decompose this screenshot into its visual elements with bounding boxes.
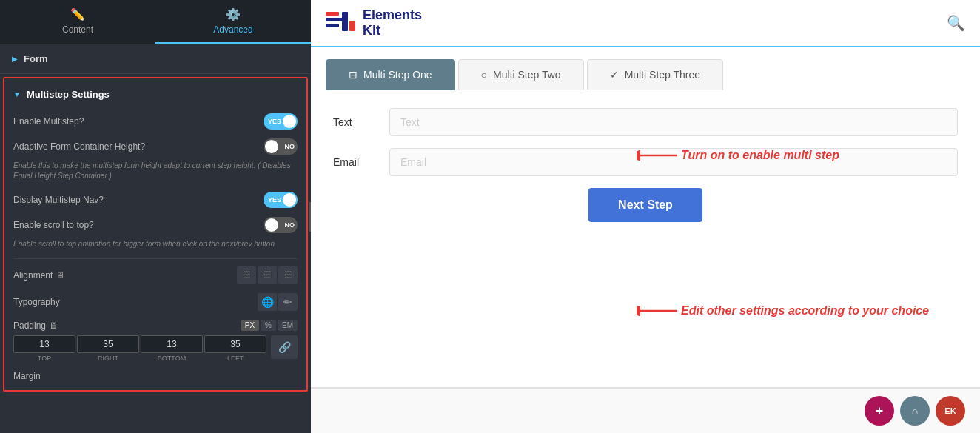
toggle-knob xyxy=(283,115,296,128)
email-field-label: Email xyxy=(333,156,377,168)
step-tab-1[interactable]: ⊟ Multi Step One xyxy=(326,59,455,90)
email-field-row: Email xyxy=(333,148,958,176)
margin-label: Margin xyxy=(13,371,41,381)
adaptive-height-hint: Enable this to make the multistep form h… xyxy=(13,159,298,187)
padding-link-button[interactable]: 🔗 xyxy=(271,335,298,359)
scroll-top-label: Enable scroll to top? xyxy=(13,220,264,230)
margin-row: Margin xyxy=(13,366,298,384)
logo-area: Elements Kit xyxy=(326,7,422,38)
svg-rect-4 xyxy=(349,21,355,31)
unit-percent-button[interactable]: % xyxy=(261,320,276,331)
display-nav-label: Display Multistep Nav? xyxy=(13,195,264,205)
typography-global-button[interactable]: 🌐 xyxy=(258,293,277,311)
scroll-top-row: Enable scroll to top? NO xyxy=(13,212,298,238)
form-area: Text Email Next Step xyxy=(311,90,980,387)
toggle-yes-text: YES xyxy=(268,118,281,125)
tab-advanced[interactable]: ⚙️ Advanced xyxy=(155,0,311,44)
monitor-icon: 🖥 xyxy=(56,270,64,281)
form-arrow-icon: ▶ xyxy=(12,55,18,63)
alignment-row: Alignment 🖥 ☰ ☰ ☰ xyxy=(13,262,298,289)
padding-inputs: TOP RIGHT BOTTOM LEFT 🔗 xyxy=(13,335,298,362)
multistep-section-header[interactable]: ▼ Multistep Settings xyxy=(13,84,298,109)
step3-icon: ✓ xyxy=(610,69,619,81)
collapse-handle[interactable]: ‹ xyxy=(309,202,311,232)
alignment-buttons: ☰ ☰ ☰ xyxy=(237,266,298,284)
align-right-button[interactable]: ☰ xyxy=(278,266,298,284)
search-icon[interactable]: 🔍 xyxy=(947,14,965,32)
padding-left-field: LEFT xyxy=(204,335,266,362)
scroll-top-toggle[interactable]: NO xyxy=(264,217,298,233)
padding-right-label: RIGHT xyxy=(98,355,118,362)
fab-folder-button[interactable]: ⌂ xyxy=(900,396,930,426)
padding-row: Padding 🖥 PX % EM xyxy=(13,315,298,334)
padding-label-wrap: Padding 🖥 xyxy=(13,320,58,331)
gear-icon: ⚙️ xyxy=(226,7,241,21)
align-left-button[interactable]: ☰ xyxy=(237,266,256,284)
toggle-knob-4 xyxy=(265,218,278,232)
padding-left-input[interactable] xyxy=(204,335,266,353)
tab-content[interactable]: ✏️ Content xyxy=(0,0,155,44)
left-panel: ✏️ Content ⚙️ Advanced ▶ Form ▼ Multiste… xyxy=(0,0,311,433)
step1-icon: ⊟ xyxy=(349,69,358,81)
typography-row: Typography 🌐 ✏ xyxy=(13,289,298,315)
multistep-arrow-icon: ▼ xyxy=(13,90,21,98)
toggle-yes-text-2: YES xyxy=(268,196,281,204)
align-center-button[interactable]: ☰ xyxy=(258,266,277,284)
form-section-label: Form xyxy=(24,53,48,64)
svg-rect-3 xyxy=(342,12,348,31)
display-nav-toggle-wrap: YES xyxy=(264,192,298,208)
enable-multistep-toggle[interactable]: YES xyxy=(264,113,298,130)
multistep-section-title: Multistep Settings xyxy=(27,89,110,100)
step-tab-3[interactable]: ✓ Multi Step Three xyxy=(587,59,723,90)
form-section[interactable]: ▶ Form xyxy=(0,44,311,74)
padding-right-input[interactable] xyxy=(77,335,139,353)
tab-advanced-label: Advanced xyxy=(213,24,252,35)
right-panel: Elements Kit 🔍 ⊟ Multi Step One ○ Multi … xyxy=(311,0,980,433)
multistep-settings-section: ▼ Multistep Settings Enable Multistep? Y… xyxy=(3,77,308,392)
display-nav-toggle[interactable]: YES xyxy=(264,192,298,208)
logo-line1: Elements xyxy=(363,7,422,23)
bottom-bar: + ⌂ EK xyxy=(311,387,980,433)
step1-label: Multi Step One xyxy=(363,69,432,81)
divider-1 xyxy=(13,258,298,259)
padding-top-field: TOP xyxy=(13,335,75,362)
padding-top-input[interactable] xyxy=(13,335,75,353)
adaptive-height-label: Adaptive Form Container Height? xyxy=(13,141,264,152)
toggle-knob-2 xyxy=(265,140,278,153)
adaptive-height-row: Adaptive Form Container Height? NO xyxy=(13,134,298,159)
adaptive-height-toggle-wrap: NO xyxy=(264,138,298,155)
alignment-label-wrap: Alignment 🖥 xyxy=(13,270,64,281)
typography-label: Typography xyxy=(13,297,60,307)
svg-rect-2 xyxy=(326,24,339,27)
fab-add-button[interactable]: + xyxy=(865,396,894,426)
adaptive-height-toggle[interactable]: NO xyxy=(264,138,298,155)
text-input[interactable] xyxy=(389,108,958,136)
padding-bottom-field: BOTTOM xyxy=(141,335,203,362)
panel-content: ▶ Form ▼ Multistep Settings Enable Multi… xyxy=(0,44,311,433)
step2-label: Multi Step Two xyxy=(493,69,561,81)
display-nav-row: Display Multistep Nav? YES xyxy=(13,187,298,212)
step-tab-2[interactable]: ○ Multi Step Two xyxy=(458,59,584,90)
enable-multistep-toggle-wrap: YES xyxy=(264,113,298,130)
unit-px-button[interactable]: PX xyxy=(241,320,259,331)
enable-multistep-row: Enable Multistep? YES xyxy=(13,109,298,134)
padding-top-label: TOP xyxy=(38,355,51,362)
typography-edit-button[interactable]: ✏ xyxy=(278,293,298,311)
step3-label: Multi Step Three xyxy=(625,69,700,81)
scroll-top-toggle-wrap: NO xyxy=(264,217,298,233)
typography-buttons: 🌐 ✏ xyxy=(258,293,298,311)
padding-units: PX % EM xyxy=(241,320,298,331)
step-tabs: ⊟ Multi Step One ○ Multi Step Two ✓ Mult… xyxy=(311,47,980,90)
unit-em-button[interactable]: EM xyxy=(278,320,298,331)
top-bar: Elements Kit 🔍 xyxy=(311,0,980,47)
next-step-button[interactable]: Next Step xyxy=(588,188,702,222)
email-input[interactable] xyxy=(389,148,958,176)
padding-bottom-input[interactable] xyxy=(141,335,203,353)
padding-right-field: RIGHT xyxy=(77,335,139,362)
text-field-label: Text xyxy=(333,116,377,128)
alignment-label: Alignment xyxy=(13,270,53,281)
elements-kit-logo xyxy=(326,10,355,36)
padding-left-label: LEFT xyxy=(227,355,244,362)
fab-ek-button[interactable]: EK xyxy=(936,396,965,426)
text-field-row: Text xyxy=(333,108,958,136)
